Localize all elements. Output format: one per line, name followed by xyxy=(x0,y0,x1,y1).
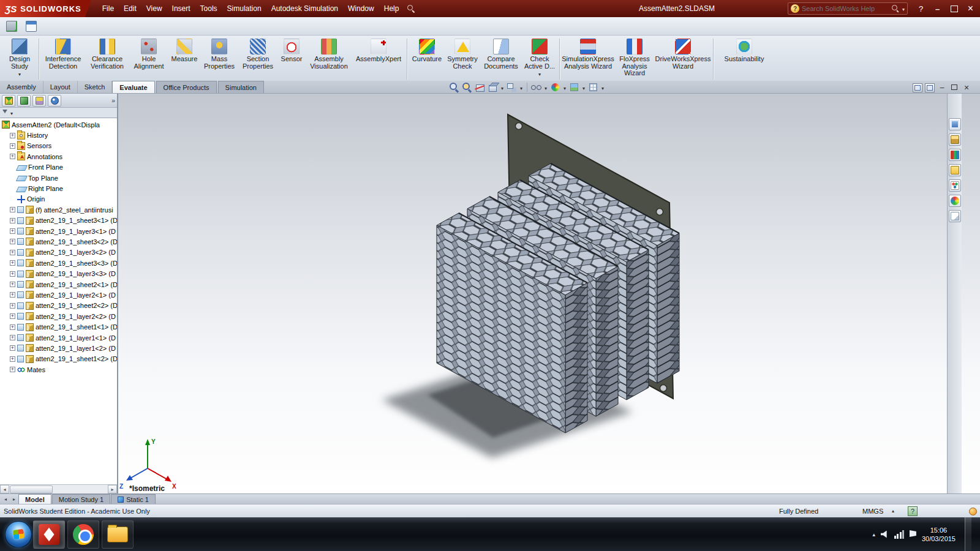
zoom-to-fit-icon[interactable] xyxy=(448,81,460,93)
caret-down-icon[interactable] xyxy=(581,84,586,91)
expand-icon[interactable] xyxy=(10,303,15,309)
graphics-area[interactable]: Y X Z *Isometric xyxy=(118,94,980,493)
expand-icon[interactable] xyxy=(10,335,15,340)
display-manager-tab[interactable] xyxy=(48,95,61,107)
quick-tips-icon[interactable] xyxy=(969,508,977,515)
sustainability-button[interactable]: Sustainability xyxy=(715,37,773,64)
tree-item[interactable]: atten2_19_1_sheet2<1> (D xyxy=(0,279,117,290)
units-selector[interactable]: MMGS xyxy=(862,508,883,515)
taskbar-chrome-button[interactable] xyxy=(67,520,99,549)
menubar-search-icon[interactable] xyxy=(406,4,416,13)
curvature-button[interactable]: Curvature xyxy=(409,37,445,64)
tree-item[interactable]: atten2_19_1_sheet3<2> (D xyxy=(0,236,117,247)
tab-evaluate[interactable]: Evaluate xyxy=(112,81,154,93)
tab-model[interactable]: Model xyxy=(18,494,51,504)
tree-item[interactable]: atten2_19_1_layer2<2> (D xyxy=(0,311,117,321)
caret-down-icon[interactable] xyxy=(600,84,605,91)
menu-view[interactable]: View xyxy=(141,2,167,15)
expand-icon[interactable] xyxy=(10,260,15,266)
view-palette-button[interactable] xyxy=(949,179,961,192)
expand-icon[interactable] xyxy=(10,356,15,362)
tree-item[interactable]: atten2_19_1_sheet2<2> (D xyxy=(0,301,117,311)
expand-icon[interactable] xyxy=(10,133,15,138)
caret-down-icon[interactable] xyxy=(519,84,524,91)
view-orientation-icon[interactable] xyxy=(487,81,499,93)
scrollbar-thumb[interactable] xyxy=(10,485,53,493)
symmetry-check-button[interactable]: Symmetry Check xyxy=(445,37,480,70)
tree-item[interactable]: Right Plane xyxy=(0,183,117,193)
expand-icon[interactable] xyxy=(10,218,15,223)
scroll-right-icon[interactable] xyxy=(108,485,117,493)
hide-show-items-icon[interactable] xyxy=(530,81,542,93)
document-close-icon[interactable] xyxy=(962,83,971,92)
tree-item[interactable]: atten2_19_1_sheet1<1> (D xyxy=(0,321,117,332)
search-input[interactable] xyxy=(802,5,889,12)
tab-sketch[interactable]: Sketch xyxy=(78,81,113,93)
mass-properties-button[interactable]: Mass Properties xyxy=(200,37,238,70)
tab-layout[interactable]: Layout xyxy=(43,81,78,93)
status-help-icon[interactable] xyxy=(908,506,918,516)
file-explorer-button[interactable] xyxy=(949,164,961,176)
menu-tools[interactable]: Tools xyxy=(195,2,222,15)
network-icon[interactable] xyxy=(894,530,904,539)
split-pane-icon[interactable] xyxy=(913,83,922,92)
expand-icon[interactable] xyxy=(10,271,15,277)
display-style-icon[interactable] xyxy=(506,81,518,93)
appearances-button[interactable] xyxy=(949,195,961,207)
volume-icon[interactable] xyxy=(881,531,889,538)
expand-icon[interactable] xyxy=(10,292,15,298)
tree-item[interactable]: atten2_19_1_layer3<3> (D xyxy=(0,268,117,279)
tree-item[interactable]: History xyxy=(0,130,117,140)
tab-scroll-right-icon[interactable] xyxy=(10,495,18,504)
design-library-button[interactable] xyxy=(949,149,961,161)
design-study-button[interactable]: Design Study xyxy=(2,37,37,78)
solidworks-resources-button[interactable] xyxy=(949,118,961,130)
caret-down-icon[interactable] xyxy=(543,84,548,91)
start-button[interactable] xyxy=(5,521,32,548)
expand-icon[interactable] xyxy=(10,345,15,351)
show-desktop-button[interactable] xyxy=(965,517,971,551)
taskbar-solidworks-button[interactable] xyxy=(33,520,65,549)
custom-properties-button[interactable] xyxy=(949,210,961,222)
filter-icon[interactable] xyxy=(2,110,7,116)
hole-alignment-button[interactable]: Hole Alignment xyxy=(129,37,168,70)
interference-detection-button[interactable]: Interference Detection xyxy=(41,37,85,70)
tree-item[interactable]: Annotations xyxy=(0,151,117,162)
tab-static-1[interactable]: Static 1 xyxy=(111,494,156,504)
tree-item[interactable]: atten2_19_1_layer3<1> (D xyxy=(0,226,117,236)
tree-item[interactable]: AssemAtten2 (Default<Displa xyxy=(0,119,117,130)
new-window-button[interactable] xyxy=(23,19,39,34)
tree-item[interactable]: Origin xyxy=(0,194,117,204)
tab-motion-study-1[interactable]: Motion Study 1 xyxy=(52,494,110,504)
expand-icon[interactable] xyxy=(10,239,15,244)
expand-icon[interactable] xyxy=(10,367,15,372)
tree-item[interactable]: atten2_19_1_layer1<1> (D xyxy=(0,332,117,343)
menu-window[interactable]: Window xyxy=(343,2,379,15)
help-badge-icon[interactable] xyxy=(791,4,799,13)
close-icon[interactable] xyxy=(962,2,979,15)
tree-item[interactable]: Front Plane xyxy=(0,162,117,173)
property-manager-tab[interactable] xyxy=(17,95,31,107)
home-button[interactable] xyxy=(949,133,961,146)
clock[interactable]: 15:06 30/03/2015 xyxy=(922,526,956,543)
tile-pane-icon[interactable] xyxy=(925,83,935,92)
simulationxpress-button[interactable]: SimulationXpress Analysis Wizard xyxy=(562,37,614,70)
driveworksxpress-button[interactable]: DriveWorksXpress Wizard xyxy=(655,37,711,70)
section-view-icon[interactable] xyxy=(474,81,486,93)
expand-icon[interactable] xyxy=(10,207,15,212)
compare-documents-button[interactable]: Compare Documents xyxy=(480,37,522,70)
tree-item[interactable]: atten2_19_1_layer3<2> (D xyxy=(0,247,117,258)
menu-edit[interactable]: Edit xyxy=(119,2,141,15)
tree-item[interactable]: Sensors xyxy=(0,141,117,151)
search-icon[interactable] xyxy=(891,4,900,13)
tree-item[interactable]: Mates xyxy=(0,364,117,375)
caret-down-icon[interactable] xyxy=(500,84,505,91)
menu-file[interactable]: File xyxy=(97,2,119,15)
sensor-button[interactable]: Sensor xyxy=(277,37,306,64)
tree-item[interactable]: atten2_19_1_sheet1<2> (D xyxy=(0,354,117,364)
feature-manager-tab[interactable] xyxy=(2,95,15,107)
help-icon[interactable] xyxy=(913,2,929,15)
expand-icon[interactable] xyxy=(10,154,15,159)
search-options-caret-icon[interactable] xyxy=(902,5,905,12)
units-caret-icon[interactable] xyxy=(892,508,894,514)
